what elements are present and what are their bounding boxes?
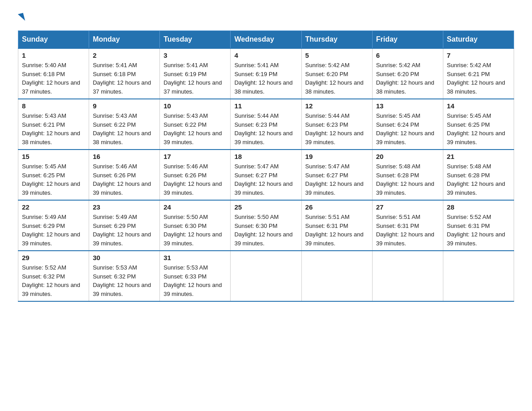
day-info: Sunrise: 5:53 AMSunset: 6:32 PMDaylight:…: [93, 263, 156, 298]
page-header: [18, 13, 514, 21]
weekday-header-row: SundayMondayTuesdayWednesdayThursdayFrid…: [18, 31, 514, 49]
weekday-header-saturday: Saturday: [443, 31, 514, 49]
day-info: Sunrise: 5:51 AMSunset: 6:31 PMDaylight:…: [305, 213, 369, 248]
calendar-day-cell: 14 Sunrise: 5:45 AMSunset: 6:25 PMDaylig…: [443, 99, 514, 150]
day-number: 9: [93, 102, 156, 110]
day-number: 29: [22, 254, 85, 261]
day-number: 18: [234, 153, 297, 160]
day-info: Sunrise: 5:48 AMSunset: 6:28 PMDaylight:…: [376, 162, 439, 197]
day-number: 25: [234, 203, 297, 211]
calendar-day-cell: 16 Sunrise: 5:46 AMSunset: 6:26 PMDaylig…: [89, 150, 160, 200]
calendar-day-cell: 26 Sunrise: 5:51 AMSunset: 6:31 PMDaylig…: [301, 200, 372, 251]
day-info: Sunrise: 5:46 AMSunset: 6:26 PMDaylight:…: [93, 162, 156, 197]
day-info: Sunrise: 5:43 AMSunset: 6:22 PMDaylight:…: [93, 111, 156, 146]
day-info: Sunrise: 5:40 AMSunset: 6:18 PMDaylight:…: [22, 61, 85, 96]
day-info: Sunrise: 5:52 AMSunset: 6:32 PMDaylight:…: [22, 263, 85, 298]
calendar-day-cell: 4 Sunrise: 5:41 AMSunset: 6:19 PMDayligh…: [231, 48, 301, 99]
calendar-day-cell: 3 Sunrise: 5:41 AMSunset: 6:19 PMDayligh…: [160, 48, 231, 99]
calendar-day-cell: 5 Sunrise: 5:42 AMSunset: 6:20 PMDayligh…: [301, 48, 372, 99]
day-number: 20: [376, 153, 439, 160]
weekday-header-sunday: Sunday: [18, 31, 89, 49]
calendar-day-cell: [231, 251, 301, 301]
day-info: Sunrise: 5:41 AMSunset: 6:18 PMDaylight:…: [93, 61, 156, 96]
day-info: Sunrise: 5:51 AMSunset: 6:31 PMDaylight:…: [376, 213, 439, 248]
day-info: Sunrise: 5:50 AMSunset: 6:30 PMDaylight:…: [234, 213, 297, 248]
calendar-day-cell: [443, 251, 514, 301]
calendar-day-cell: 13 Sunrise: 5:45 AMSunset: 6:24 PMDaylig…: [372, 99, 443, 150]
logo-arrow-icon: [18, 13, 25, 22]
logo: [18, 13, 25, 21]
day-number: 1: [22, 51, 85, 59]
day-number: 16: [93, 153, 156, 160]
day-info: Sunrise: 5:43 AMSunset: 6:21 PMDaylight:…: [22, 111, 85, 146]
day-info: Sunrise: 5:42 AMSunset: 6:20 PMDaylight:…: [305, 61, 369, 96]
day-info: Sunrise: 5:42 AMSunset: 6:21 PMDaylight:…: [447, 61, 510, 96]
day-info: Sunrise: 5:44 AMSunset: 6:23 PMDaylight:…: [234, 111, 297, 146]
day-number: 21: [447, 153, 510, 160]
calendar-day-cell: 2 Sunrise: 5:41 AMSunset: 6:18 PMDayligh…: [89, 48, 160, 99]
day-number: 12: [305, 102, 369, 110]
weekday-header-tuesday: Tuesday: [160, 31, 231, 49]
day-info: Sunrise: 5:41 AMSunset: 6:19 PMDaylight:…: [234, 61, 297, 96]
weekday-header-monday: Monday: [89, 31, 160, 49]
calendar-day-cell: 27 Sunrise: 5:51 AMSunset: 6:31 PMDaylig…: [372, 200, 443, 251]
day-info: Sunrise: 5:48 AMSunset: 6:28 PMDaylight:…: [447, 162, 510, 197]
calendar-day-cell: 18 Sunrise: 5:47 AMSunset: 6:27 PMDaylig…: [231, 150, 301, 200]
day-number: 7: [447, 51, 510, 59]
calendar-day-cell: 10 Sunrise: 5:43 AMSunset: 6:22 PMDaylig…: [160, 99, 231, 150]
day-info: Sunrise: 5:49 AMSunset: 6:29 PMDaylight:…: [93, 213, 156, 248]
day-info: Sunrise: 5:45 AMSunset: 6:25 PMDaylight:…: [447, 111, 510, 146]
calendar-week-row: 15 Sunrise: 5:45 AMSunset: 6:25 PMDaylig…: [18, 150, 514, 200]
weekday-header-thursday: Thursday: [301, 31, 372, 49]
calendar-day-cell: 25 Sunrise: 5:50 AMSunset: 6:30 PMDaylig…: [231, 200, 301, 251]
day-number: 22: [22, 203, 85, 211]
day-number: 5: [305, 51, 369, 59]
day-info: Sunrise: 5:43 AMSunset: 6:22 PMDaylight:…: [163, 111, 227, 146]
day-info: Sunrise: 5:42 AMSunset: 6:20 PMDaylight:…: [376, 61, 439, 96]
calendar-day-cell: [301, 251, 372, 301]
day-number: 23: [93, 203, 156, 211]
calendar-day-cell: 7 Sunrise: 5:42 AMSunset: 6:21 PMDayligh…: [443, 48, 514, 99]
day-info: Sunrise: 5:49 AMSunset: 6:29 PMDaylight:…: [22, 213, 85, 248]
calendar-table: SundayMondayTuesdayWednesdayThursdayFrid…: [18, 30, 514, 302]
day-number: 3: [163, 51, 227, 59]
day-number: 4: [234, 51, 297, 59]
calendar-day-cell: 21 Sunrise: 5:48 AMSunset: 6:28 PMDaylig…: [443, 150, 514, 200]
calendar-day-cell: 17 Sunrise: 5:46 AMSunset: 6:26 PMDaylig…: [160, 150, 231, 200]
day-number: 13: [376, 102, 439, 110]
day-number: 17: [163, 153, 227, 160]
calendar-week-row: 1 Sunrise: 5:40 AMSunset: 6:18 PMDayligh…: [18, 48, 514, 99]
day-info: Sunrise: 5:47 AMSunset: 6:27 PMDaylight:…: [234, 162, 297, 197]
calendar-day-cell: 23 Sunrise: 5:49 AMSunset: 6:29 PMDaylig…: [89, 200, 160, 251]
calendar-day-cell: 12 Sunrise: 5:44 AMSunset: 6:23 PMDaylig…: [301, 99, 372, 150]
day-info: Sunrise: 5:45 AMSunset: 6:24 PMDaylight:…: [376, 111, 439, 146]
day-number: 2: [93, 51, 156, 59]
weekday-header-friday: Friday: [372, 31, 443, 49]
calendar-day-cell: 6 Sunrise: 5:42 AMSunset: 6:20 PMDayligh…: [372, 48, 443, 99]
calendar-day-cell: 1 Sunrise: 5:40 AMSunset: 6:18 PMDayligh…: [18, 48, 89, 99]
day-info: Sunrise: 5:46 AMSunset: 6:26 PMDaylight:…: [163, 162, 227, 197]
day-number: 6: [376, 51, 439, 59]
calendar-day-cell: 11 Sunrise: 5:44 AMSunset: 6:23 PMDaylig…: [231, 99, 301, 150]
day-info: Sunrise: 5:45 AMSunset: 6:25 PMDaylight:…: [22, 162, 85, 197]
day-number: 27: [376, 203, 439, 211]
calendar-day-cell: 20 Sunrise: 5:48 AMSunset: 6:28 PMDaylig…: [372, 150, 443, 200]
day-number: 30: [93, 254, 156, 261]
calendar-day-cell: 31 Sunrise: 5:53 AMSunset: 6:33 PMDaylig…: [160, 251, 231, 301]
calendar-day-cell: 15 Sunrise: 5:45 AMSunset: 6:25 PMDaylig…: [18, 150, 89, 200]
calendar-day-cell: [372, 251, 443, 301]
calendar-week-row: 8 Sunrise: 5:43 AMSunset: 6:21 PMDayligh…: [18, 99, 514, 150]
day-info: Sunrise: 5:53 AMSunset: 6:33 PMDaylight:…: [163, 263, 227, 298]
day-info: Sunrise: 5:52 AMSunset: 6:31 PMDaylight:…: [447, 213, 510, 248]
day-number: 8: [22, 102, 85, 110]
day-number: 26: [305, 203, 369, 211]
day-info: Sunrise: 5:50 AMSunset: 6:30 PMDaylight:…: [163, 213, 227, 248]
day-info: Sunrise: 5:41 AMSunset: 6:19 PMDaylight:…: [163, 61, 227, 96]
calendar-day-cell: 8 Sunrise: 5:43 AMSunset: 6:21 PMDayligh…: [18, 99, 89, 150]
day-number: 15: [22, 153, 85, 160]
day-number: 10: [163, 102, 227, 110]
day-number: 19: [305, 153, 369, 160]
weekday-header-wednesday: Wednesday: [231, 31, 301, 49]
day-number: 31: [163, 254, 227, 261]
calendar-day-cell: 28 Sunrise: 5:52 AMSunset: 6:31 PMDaylig…: [443, 200, 514, 251]
